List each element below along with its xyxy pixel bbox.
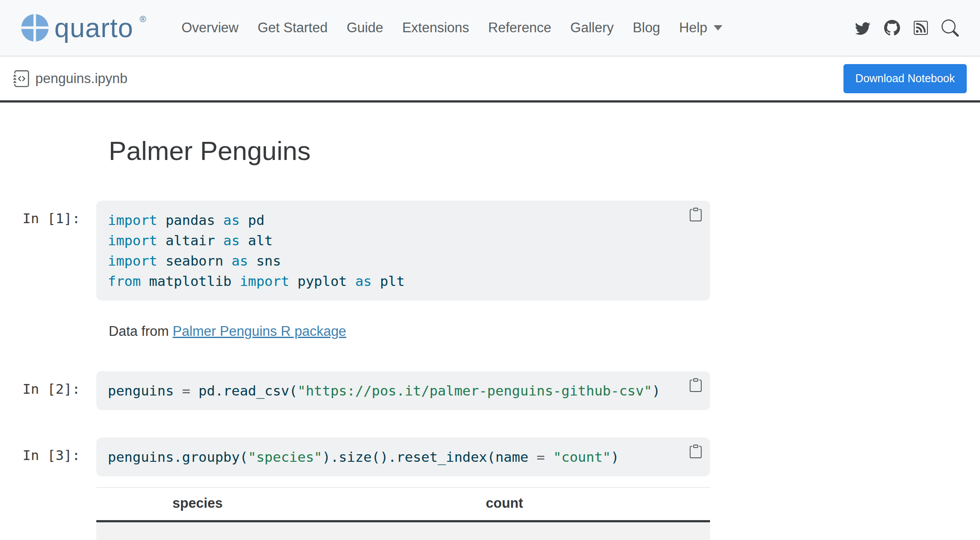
clipboard-copy-icon[interactable] [689, 445, 703, 458]
code-cell-box: penguins.groupby("species").size().reset… [96, 437, 710, 476]
clipboard-copy-icon[interactable] [689, 378, 703, 392]
species-count-table: species count [96, 487, 710, 540]
github-icon[interactable] [884, 20, 900, 36]
code-block: penguins = pd.read_csv("https://pos.it/p… [108, 380, 679, 401]
column-header-count: count [299, 487, 710, 521]
rss-icon[interactable] [914, 21, 928, 35]
registered-trademark: ® [140, 14, 146, 24]
chevron-down-icon [714, 25, 722, 30]
navbar-links: Overview Get Started Guide Extensions Re… [182, 20, 722, 36]
nav-link-get-started[interactable]: Get Started [258, 20, 328, 36]
data-source-note: Data from Palmer Penguins R package [109, 323, 710, 339]
nav-link-extensions[interactable]: Extensions [402, 20, 469, 36]
clipboard-copy-icon[interactable] [689, 208, 703, 221]
nav-link-gallery[interactable]: Gallery [570, 20, 614, 36]
page-title: Palmer Penguins [109, 135, 710, 167]
cell-execution-label: In [3]: [23, 437, 96, 476]
nav-link-blog[interactable]: Blog [633, 20, 660, 36]
nav-link-reference[interactable]: Reference [488, 20, 551, 36]
code-block: import pandas as pdimport altair as alti… [108, 210, 679, 291]
quarto-logo-icon [21, 14, 49, 42]
twitter-icon[interactable] [855, 20, 870, 36]
top-navbar: quarto ® Overview Get Started Guide Exte… [0, 0, 980, 57]
code-cell-1: In [1]: import pandas as pdimport altair… [23, 201, 710, 300]
code-cell-3: In [3]: penguins.groupby("species").size… [23, 437, 710, 476]
cell-execution-label: In [2]: [23, 371, 96, 410]
palmer-penguins-link[interactable]: Palmer Penguins R package [173, 323, 346, 339]
navbar-social-icons [855, 19, 959, 37]
code-cell-box: penguins = pd.read_csv("https://pos.it/p… [96, 371, 710, 410]
column-header-species: species [96, 487, 299, 521]
code-cell-box: import pandas as pdimport altair as alti… [96, 201, 710, 300]
notebook-header-bar: penguins.ipynb Download Notebook [0, 57, 980, 103]
nav-link-overview[interactable]: Overview [182, 20, 239, 36]
notebook-content: Palmer Penguins In [1]: import pandas as… [0, 135, 980, 540]
notebook-filename: penguins.ipynb [35, 71, 128, 87]
dataframe-output: species count [96, 487, 710, 540]
code-cell-2: In [2]: penguins = pd.read_csv("https://… [23, 371, 710, 410]
notebook-file: penguins.ipynb [13, 70, 128, 87]
code-block: penguins.groupby("species").size().reset… [108, 447, 679, 467]
journal-code-icon [13, 70, 30, 87]
download-notebook-button[interactable]: Download Notebook [843, 64, 967, 93]
nav-link-help[interactable]: Help [679, 20, 722, 36]
logo-wordmark: quarto [54, 12, 133, 43]
table-row [96, 521, 710, 540]
cell-execution-label: In [1]: [23, 201, 96, 300]
table-header-row: species count [96, 487, 710, 521]
nav-link-guide[interactable]: Guide [346, 20, 383, 36]
search-icon[interactable] [942, 19, 959, 37]
quarto-logo[interactable]: quarto ® [21, 12, 146, 43]
